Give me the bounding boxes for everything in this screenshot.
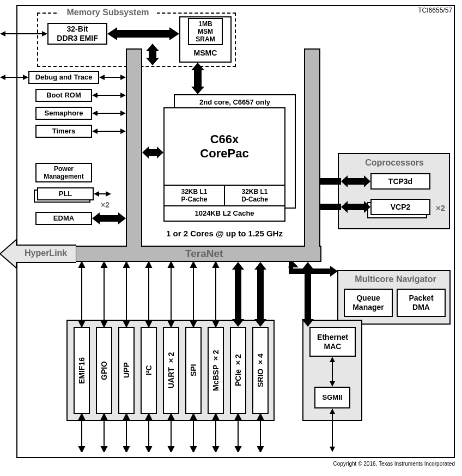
svg-marker-22 [106, 191, 111, 197]
svg-marker-55 [79, 414, 84, 419]
svg-marker-12 [92, 93, 98, 98]
arrow-debug-ter [99, 74, 126, 81]
svg-marker-79 [258, 414, 263, 419]
svg-marker-27 [341, 175, 370, 187]
svg-marker-28 [341, 201, 370, 213]
arrow-nav-up [288, 262, 299, 267]
vcp2-mult: ×2 [436, 203, 445, 212]
svg-marker-35 [101, 262, 107, 267]
svg-marker-73 [213, 414, 218, 419]
svg-marker-80 [258, 447, 263, 452]
edma-box: EDMA [35, 212, 92, 225]
emif16-box: EMIF16 [74, 327, 90, 414]
arrow-ethernet-up [302, 262, 314, 327]
svg-marker-70 [191, 414, 196, 419]
tcp3d-box: TCP3d [370, 173, 430, 190]
ethernet-mac-box: Ethernet MAC [309, 327, 356, 357]
arrow-tim-ter [92, 128, 126, 135]
uart-box: UART ×2 [163, 327, 179, 414]
periph-arrows-up [65, 262, 283, 327]
svg-marker-25 [191, 63, 204, 94]
l2-box: 1024KB L2 Cache [165, 205, 284, 221]
svg-marker-10 [120, 75, 126, 80]
svg-marker-76 [235, 414, 241, 419]
corepac-box: C66x CorePac 32KB L1 P-Cache 32KB L1 D-C… [163, 107, 285, 222]
arrow-debug-ext [0, 74, 28, 81]
svg-marker-51 [213, 321, 218, 327]
hyperlink-label: HyperLink [25, 248, 67, 258]
mcbsp-box: McBSP ×2 [208, 327, 224, 414]
arrow-pll-ter [94, 191, 111, 197]
svg-marker-74 [213, 447, 218, 452]
pll-mult: ×2 [101, 200, 110, 209]
copro-conn2 [320, 204, 341, 210]
memory-subsystem-title: Memory Subsystem [59, 8, 157, 17]
svg-marker-82 [330, 357, 335, 362]
arrow-sem-ter [92, 110, 126, 117]
svg-marker-32 [79, 262, 84, 267]
copro-conn1 [320, 178, 341, 185]
svg-marker-62 [124, 447, 129, 452]
svg-marker-45 [168, 321, 174, 327]
svg-marker-67 [168, 414, 174, 419]
svg-marker-0 [107, 27, 179, 40]
svg-marker-16 [120, 111, 126, 116]
arrow-ddr3-external [0, 30, 47, 37]
arrow-corepac-ter [142, 147, 163, 158]
arrow-srio-up [254, 262, 266, 327]
pll-box: PLL [37, 187, 94, 200]
svg-marker-42 [146, 321, 151, 327]
svg-marker-64 [146, 414, 151, 419]
svg-marker-1 [146, 44, 159, 65]
svg-marker-6 [0, 75, 5, 80]
svg-marker-52 [232, 262, 244, 327]
teranet-right-pillar [304, 48, 320, 247]
svg-marker-41 [146, 262, 151, 267]
svg-marker-21 [94, 191, 99, 197]
svg-marker-15 [92, 111, 98, 116]
svg-marker-47 [191, 262, 196, 267]
srio-box: SRIO ×4 [252, 327, 269, 414]
svg-marker-19 [120, 129, 126, 134]
arrow-pcie-up [232, 262, 244, 327]
boot-rom-box: Boot ROM [35, 89, 92, 102]
queue-manager-box: Queue Manager [344, 289, 393, 317]
svg-marker-23 [92, 212, 126, 224]
svg-marker-53 [254, 262, 266, 327]
teranet-join-left [127, 245, 141, 248]
timers-box: Timers [35, 125, 92, 138]
periph-arrows-down [65, 414, 283, 452]
packet-dma-box: Packet DMA [397, 289, 446, 317]
svg-marker-30 [288, 262, 299, 267]
i2c-box: I²C [141, 327, 157, 414]
navigator-title: Multicore Navigator [346, 274, 445, 284]
svg-marker-38 [124, 262, 129, 267]
teranet-left-pillar [126, 48, 142, 247]
msmc-box: 1MB MSM SRAM MSMC [179, 16, 232, 63]
power-mgmt-box: Power Management [35, 163, 92, 182]
teranet-label: TeraNet [185, 248, 223, 260]
svg-marker-7 [23, 75, 28, 80]
svg-marker-48 [191, 321, 196, 327]
ddr3-emif-box: 32-Bit DDR3 EMIF [47, 23, 107, 45]
arrow-mac-sgmii [329, 357, 336, 387]
svg-marker-56 [79, 447, 84, 452]
pcie-box: PCIe ×2 [230, 327, 246, 414]
corepac-speed: 1 or 2 Cores @ up to 1.25 GHz [148, 229, 301, 238]
arrow-sgmii-ext [329, 408, 336, 452]
svg-marker-44 [168, 262, 174, 267]
upp-box: UPP [118, 327, 135, 414]
arrow-edma-ter [92, 212, 126, 224]
svg-marker-87 [302, 262, 314, 327]
svg-marker-59 [101, 447, 107, 452]
msm-sram-box: 1MB MSM SRAM [188, 18, 223, 45]
arrow-boot-ter [92, 92, 126, 99]
coprocessors-title: Coprocessors [356, 158, 433, 168]
arrow-msmc-teranet [146, 44, 159, 65]
svg-marker-77 [235, 447, 241, 452]
svg-marker-65 [146, 447, 151, 452]
svg-marker-26 [142, 147, 163, 158]
gpio-box: GPIO [96, 327, 112, 414]
svg-marker-33 [79, 321, 84, 327]
svg-marker-50 [213, 262, 218, 267]
